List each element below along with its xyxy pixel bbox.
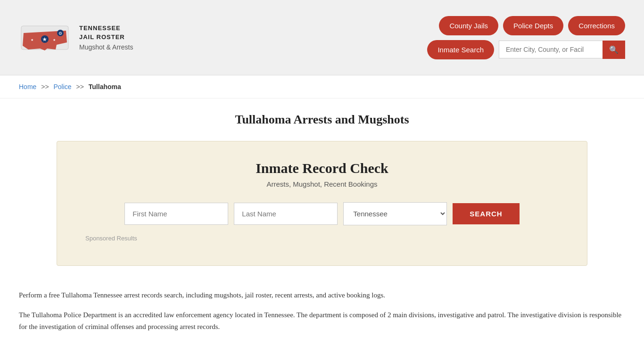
site-logo: ★ ★ ★ ⚙ xyxy=(19,16,71,59)
svg-text:★: ★ xyxy=(42,37,47,42)
site-subtitle: Mugshot & Arrests xyxy=(79,43,133,51)
record-check-subtitle: Arrests, Mugshot, Recent Bookings xyxy=(85,180,559,188)
page-title: Tullahoma Arrests and Mugshots xyxy=(19,113,625,127)
first-name-input[interactable] xyxy=(124,203,228,225)
nav-area: County Jails Police Depts Corrections In… xyxy=(427,16,625,59)
breadcrumb-home[interactable]: Home xyxy=(19,83,36,90)
body-text: Perform a free Tullahoma Tennessee arres… xyxy=(0,280,644,350)
logo-text-block: TENNESSEE JAIL ROSTER Mugshot & Arrests xyxy=(79,24,133,50)
search-input[interactable] xyxy=(499,41,603,58)
nav-police-depts[interactable]: Police Depts xyxy=(503,16,563,35)
breadcrumb: Home >> Police >> Tullahoma xyxy=(0,75,644,99)
page-title-area: Tullahoma Arrests and Mugshots xyxy=(0,99,644,136)
record-search-button[interactable]: SEARCH xyxy=(453,203,519,224)
body-paragraph-1: Perform a free Tullahoma Tennessee arres… xyxy=(19,289,625,302)
record-check-title: Inmate Record Check xyxy=(85,160,559,176)
svg-text:★: ★ xyxy=(31,38,33,42)
nav-county-jails[interactable]: County Jails xyxy=(439,16,498,35)
breadcrumb-sep-2: >> xyxy=(76,83,84,90)
breadcrumb-sep-1: >> xyxy=(41,83,49,90)
breadcrumb-current: Tullahoma xyxy=(89,83,121,90)
site-header: ★ ★ ★ ⚙ TENNESSEE JAIL ROSTER Mugshot & … xyxy=(0,0,644,75)
nav-buttons-row1: County Jails Police Depts Corrections xyxy=(439,16,625,35)
logo-area: ★ ★ ★ ⚙ TENNESSEE JAIL ROSTER Mugshot & … xyxy=(19,16,133,59)
state-select[interactable]: AlabamaAlaskaArizonaArkansasCaliforniaCo… xyxy=(343,202,447,225)
svg-text:⚙: ⚙ xyxy=(58,31,62,36)
logo-title: TENNESSEE JAIL ROSTER xyxy=(79,24,133,41)
search-icon: 🔍 xyxy=(609,46,619,54)
nav-inmate-search[interactable]: Inmate Search xyxy=(427,40,494,59)
record-check-form: AlabamaAlaskaArizonaArkansasCaliforniaCo… xyxy=(85,202,559,225)
body-paragraph-2: The Tullahoma Police Department is an ac… xyxy=(19,309,625,333)
last-name-input[interactable] xyxy=(234,203,338,225)
nav-corrections[interactable]: Corrections xyxy=(568,16,625,35)
svg-text:★: ★ xyxy=(53,38,56,42)
record-check-box: Inmate Record Check Arrests, Mugshot, Re… xyxy=(57,141,587,266)
search-bar: 🔍 xyxy=(499,41,625,59)
sponsored-label: Sponsored Results xyxy=(85,235,559,242)
search-button[interactable]: 🔍 xyxy=(603,41,625,59)
breadcrumb-police[interactable]: Police xyxy=(54,83,72,90)
